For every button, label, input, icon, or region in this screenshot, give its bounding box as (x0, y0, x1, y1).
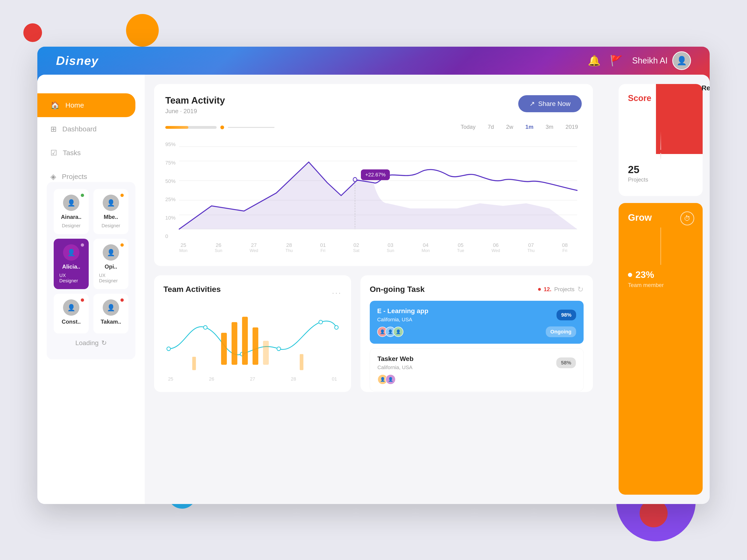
role-opi: UX Designer (99, 273, 123, 284)
score-title: Score (628, 93, 651, 103)
task-info-elearning: E - Learning app California, USA (377, 307, 428, 323)
avatar-mbe: 👤 (103, 195, 119, 211)
grow-percent: 23% (628, 269, 693, 280)
task-avatars-elearning: 👤 👤 👤 (377, 327, 401, 337)
task-item-tasker[interactable]: Tasker Web California, USA 58% 👤 👤 (370, 348, 584, 391)
grow-percent-value: 23% (636, 269, 654, 280)
bottom-panels: Team Activities ··· (154, 275, 593, 392)
team-activities-dots[interactable]: ··· (332, 288, 342, 298)
loading-icon: ↻ (101, 339, 107, 347)
avatar-alicia: 👤 (63, 244, 79, 261)
sidebar-item-dashboard[interactable]: ⊞ Dashboard (37, 117, 145, 141)
project-count: 12. (544, 286, 551, 293)
progress-bar (165, 126, 216, 129)
content-panel: Team Activity June · 2019 ↗ Share Now (145, 75, 602, 504)
activity-chart-svg (165, 141, 582, 239)
grow-sublabel: Team member (628, 282, 693, 288)
activity-title-group: Team Activity June · 2019 (165, 95, 225, 115)
task-progress-elearning: 98% (557, 310, 576, 320)
chart-area: 95% 75% 50% 25% 10% 0 +22.67% (165, 141, 582, 254)
team-card-alicia[interactable]: 👤 Alicia.. UX Designer (54, 239, 89, 289)
status-dot-opi (121, 243, 124, 247)
team-section: 👤 Ainara.. Designer 👤 Mbe.. Designer (47, 182, 135, 359)
filter-7d[interactable]: 7d (484, 122, 498, 132)
dashboard: Disney 🔔 🚩 Sheikh AI 👤 🏠 Home ⊞ (37, 47, 710, 504)
team-grid: 👤 Ainara.. Designer 👤 Mbe.. Designer (54, 189, 128, 334)
mini-dot-4 (277, 347, 281, 351)
chart-y-labels: 95% 75% 50% 25% 10% 0 (165, 141, 176, 239)
avatar-const: 👤 (63, 299, 79, 316)
tasks-icon: ☑ (50, 149, 57, 157)
user-name: Sheikh AI (632, 56, 668, 65)
score-line (661, 112, 661, 159)
score-dot-bottom (659, 150, 662, 153)
team-card-takam[interactable]: 👤 Takam.. (93, 294, 128, 334)
team-card-opi[interactable]: 👤 Opi.. UX Designer (93, 239, 128, 289)
bar-3 (242, 317, 248, 365)
team-card-const[interactable]: 👤 Const.. (54, 294, 89, 334)
filter-2w[interactable]: 2w (503, 122, 517, 132)
flag-icon[interactable]: 🚩 (610, 55, 623, 67)
right-panel: Score ⏱ 25 Projects Grow ⏱ (612, 75, 710, 504)
user-info: Sheikh AI 👤 (632, 51, 691, 70)
status-dot-mbe (121, 194, 124, 197)
task-avatars-tasker: 👤 👤 (378, 374, 393, 384)
task-progress-tasker: 58% (556, 357, 576, 368)
sidebar-item-home[interactable]: 🏠 Home (37, 93, 135, 117)
filter-2019[interactable]: 2019 (562, 122, 582, 132)
mini-dot-2 (204, 325, 207, 329)
mini-chart-x-labels: 2526272801 (163, 376, 342, 382)
status-dot-const (81, 298, 84, 302)
sidebar-item-tasks-label: Tasks (63, 149, 81, 157)
task-status-elearning: Ongoing (546, 326, 576, 337)
avatar-opi: 👤 (103, 244, 119, 261)
team-card-mbe[interactable]: 👤 Mbe.. Designer (93, 189, 128, 234)
activity-title: Team Activity (165, 95, 225, 106)
filter-3m[interactable]: 3m (542, 122, 557, 132)
task-footer-tasker: 👤 👤 (378, 374, 576, 384)
name-alicia: Alicia.. (62, 263, 80, 270)
grow-line (661, 228, 661, 265)
loading-indicator: Loading ↻ (54, 334, 128, 352)
share-now-button[interactable]: ↗ Share Now (518, 95, 582, 112)
progress-dot (221, 126, 224, 129)
status-dot-takam (121, 298, 124, 302)
task-footer-elearning: 👤 👤 👤 Ongoing (377, 326, 576, 337)
name-opi: Opi.. (105, 263, 117, 270)
user-avatar[interactable]: 👤 (672, 51, 691, 70)
sidebar-item-tasks[interactable]: ☑ Tasks (37, 141, 145, 165)
bell-icon[interactable]: 🔔 (588, 55, 601, 67)
bar-6 (192, 357, 196, 370)
sidebar-item-home-label: Home (66, 101, 84, 109)
ongoing-header: On-going Task 12. Projects ↻ (370, 285, 584, 294)
filter-today[interactable]: Today (457, 122, 479, 132)
team-activities-card: Team Activities ··· (154, 275, 351, 392)
avatar-takam: 👤 (103, 299, 119, 316)
chart-x-labels: 25Mon 26Sun 27Wed 28Thu 01Fri 02Sat 03Su… (165, 242, 582, 253)
task-item-elearning[interactable]: E - Learning app California, USA 98% 👤 👤… (370, 301, 584, 344)
mini-dot-5 (319, 320, 323, 324)
filter-1m[interactable]: 1m (522, 122, 537, 132)
grow-card: Grow ⏱ 23% Team member (619, 203, 703, 495)
role-alicia: UX Designer (59, 273, 83, 284)
ongoing-refresh[interactable]: ↻ (577, 285, 584, 294)
progress-bar-container (165, 126, 275, 129)
bg-circle-orange (126, 14, 159, 47)
status-dot-alicia (81, 243, 84, 247)
task-name-tasker: Tasker Web (378, 355, 414, 363)
rec-label: Rec (701, 84, 710, 92)
task-info-tasker: Tasker Web California, USA (378, 355, 414, 371)
mini-dot-1 (167, 347, 171, 351)
activity-subtitle: June · 2019 (165, 108, 225, 115)
grow-dot (628, 273, 632, 277)
score-dot-top (659, 112, 662, 116)
bar-2 (232, 322, 237, 365)
task-location-tasker: California, USA (378, 365, 414, 371)
team-card-ainara[interactable]: 👤 Ainara.. Designer (54, 189, 89, 234)
score-card: Score ⏱ 25 Projects (619, 84, 703, 196)
task-row-elearning: E - Learning app California, USA 98% (377, 307, 576, 323)
status-dot-ainara (81, 194, 84, 197)
bg-circle-red (23, 23, 42, 42)
logo: Disney (56, 54, 99, 68)
share-btn-label: Share Now (538, 100, 570, 108)
